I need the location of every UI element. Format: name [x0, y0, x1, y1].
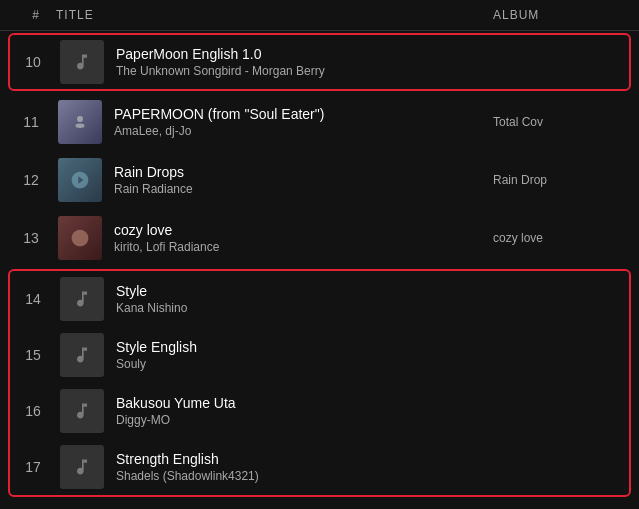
track-number: 15: [18, 347, 48, 363]
track-info: Strength English Shadels (Shadowlink4321…: [116, 451, 491, 483]
track-number: 11: [16, 114, 46, 130]
track-name: Style English: [116, 339, 491, 355]
track-group-highlight: 14 Style Kana Nishino 15 Style English S…: [8, 269, 631, 497]
track-number: 16: [18, 403, 48, 419]
track-name: Bakusou Yume Uta: [116, 395, 491, 411]
track-row[interactable]: 11 PAPERMOON (from "Soul Eater") AmaLee,…: [0, 93, 639, 151]
track-info: PaperMoon English 1.0 The Unknown Songbi…: [116, 46, 491, 78]
track-name: Style: [116, 283, 491, 299]
track-number: 10: [18, 54, 48, 70]
track-thumbnail: [58, 158, 102, 202]
track-thumbnail: [60, 445, 104, 489]
track-row[interactable]: 17 Strength English Shadels (Shadowlink4…: [10, 439, 629, 495]
track-info: PAPERMOON (from "Soul Eater") AmaLee, dj…: [114, 106, 493, 138]
track-artist: AmaLee, dj-Jo: [114, 124, 493, 138]
track-thumbnail: [60, 277, 104, 321]
col-album-header: ALBUM: [493, 8, 623, 22]
track-row[interactable]: 12 Rain Drops Rain Radiance Rain Drop: [0, 151, 639, 209]
track-thumbnail: [60, 389, 104, 433]
track-info: cozy love kirito, Lofi Radiance: [114, 222, 493, 254]
track-album: Rain Drop: [493, 173, 623, 187]
track-row[interactable]: 15 Style English Souly: [10, 327, 629, 383]
track-name: Rain Drops: [114, 164, 493, 180]
track-name: Strength English: [116, 451, 491, 467]
track-name: PaperMoon English 1.0: [116, 46, 491, 62]
track-thumbnail: [60, 40, 104, 84]
track-name: PAPERMOON (from "Soul Eater"): [114, 106, 493, 122]
track-number: 12: [16, 172, 46, 188]
track-row[interactable]: 16 Bakusou Yume Uta Diggy-MO: [10, 383, 629, 439]
track-info: Bakusou Yume Uta Diggy-MO: [116, 395, 491, 427]
col-num-header: #: [16, 8, 56, 22]
track-artist: Souly: [116, 357, 491, 371]
track-info: Style English Souly: [116, 339, 491, 371]
track-row[interactable]: 14 Style Kana Nishino: [10, 271, 629, 327]
track-row[interactable]: 10 PaperMoon English 1.0 The Unknown Son…: [10, 35, 629, 89]
track-number: 17: [18, 459, 48, 475]
track-album: cozy love: [493, 231, 623, 245]
track-artist: The Unknown Songbird - Morgan Berry: [116, 64, 491, 78]
track-name: cozy love: [114, 222, 493, 238]
track-album: Total Cov: [493, 115, 623, 129]
track-thumbnail: [60, 333, 104, 377]
track-info: Style Kana Nishino: [116, 283, 491, 315]
track-thumbnail: [58, 100, 102, 144]
track-row-highlight-10: 10 PaperMoon English 1.0 The Unknown Son…: [8, 33, 631, 91]
track-artist: kirito, Lofi Radiance: [114, 240, 493, 254]
track-number: 14: [18, 291, 48, 307]
track-thumbnail: [58, 216, 102, 260]
svg-point-1: [76, 124, 85, 129]
track-artist: Rain Radiance: [114, 182, 493, 196]
track-artist: Kana Nishino: [116, 301, 491, 315]
track-number: 13: [16, 230, 46, 246]
svg-point-0: [77, 116, 83, 122]
col-title-header: TITLE: [56, 8, 493, 22]
track-artist: Shadels (Shadowlink4321): [116, 469, 491, 483]
track-info: Rain Drops Rain Radiance: [114, 164, 493, 196]
track-row[interactable]: 13 cozy love kirito, Lofi Radiance cozy …: [0, 209, 639, 267]
track-artist: Diggy-MO: [116, 413, 491, 427]
table-header: # TITLE ALBUM: [0, 0, 639, 31]
